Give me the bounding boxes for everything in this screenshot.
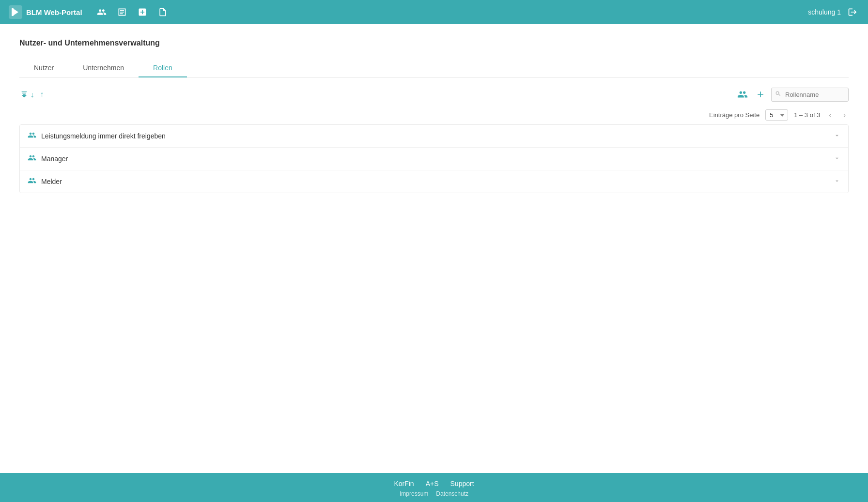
toolbar-row: ↓ ↑ [19,87,849,102]
sort-up-button[interactable]: ↑ [39,89,45,100]
chevron-down-icon [834,155,840,163]
add-role-button[interactable] [754,88,767,101]
pagination-prev-button[interactable]: ‹ [826,110,834,121]
nav-add-button[interactable] [136,5,149,19]
chevron-down-icon [834,132,840,140]
header-icons [95,5,170,19]
logo-icon [9,5,22,19]
role-icon [28,131,36,141]
footer-link-korfin[interactable]: KorFin [394,480,414,487]
search-icon [775,91,781,98]
role-name: Manager [41,155,68,163]
footer: KorFin A+S Support Impressum Datenschutz [0,473,868,502]
sort-down-icon [20,90,28,97]
toolbar-right [735,87,849,102]
tab-rollen[interactable]: Rollen [139,59,187,77]
document-nav-icon [158,7,168,17]
role-item-left: Leistungsmeldung immer direkt freigeben [28,131,166,141]
nav-users-button[interactable] [95,5,108,19]
users-nav-icon [97,7,107,17]
tab-nutzer[interactable]: Nutzer [19,59,68,77]
tabs-nav: Nutzer Unternehmen Rollen [19,59,849,77]
chevron-down-icon [834,178,840,186]
nav-document-button[interactable] [156,5,170,19]
logout-icon [848,7,857,17]
role-name: Leistungsmeldung immer direkt freigeben [41,132,166,140]
sort-up-label: ↑ [40,90,44,98]
role-name: Melder [41,178,62,185]
sort-down-button[interactable]: ↓ [19,89,35,100]
page-title: Nutzer- und Unternehmensverwaltung [19,39,849,47]
footer-link-datenschutz[interactable]: Datenschutz [436,490,468,497]
manage-roles-icon [737,89,748,100]
role-item-left: Melder [28,176,62,187]
footer-link-impressum[interactable]: Impressum [400,490,428,497]
search-wrapper [771,88,849,102]
main-content: Nutzer- und Unternehmensverwaltung Nutze… [0,24,868,473]
footer-sub-links: Impressum Datenschutz [0,490,868,497]
role-item[interactable]: Leistungsmeldung immer direkt freigeben [20,125,848,148]
footer-links: KorFin A+S Support [0,480,868,487]
role-icon [28,176,36,187]
footer-link-as[interactable]: A+S [426,480,439,487]
footer-link-support[interactable]: Support [450,480,474,487]
manage-roles-button[interactable] [735,87,750,102]
per-page-label: Einträge pro Seite [709,111,760,119]
header-left: BLM Web-Portal [9,5,170,19]
role-item[interactable]: Manager [20,148,848,170]
role-icon [28,153,36,164]
add-role-icon [756,90,765,99]
role-item[interactable]: Melder [20,170,848,193]
sort-down-label: ↓ [30,91,34,99]
pagination-next-button[interactable]: › [840,110,849,121]
header: BLM Web-Portal [0,0,868,24]
role-item-left: Manager [28,153,68,164]
header-right: schulung 1 [808,5,859,19]
per-page-select[interactable]: 5 10 25 50 [765,109,788,121]
roles-list: Leistungsmeldung immer direkt freigeben … [19,124,849,193]
toolbar-left: ↓ ↑ [19,89,45,100]
tab-unternehmen[interactable]: Unternehmen [68,59,139,77]
username-label: schulung 1 [808,8,841,16]
app-logo: BLM Web-Portal [9,5,82,19]
search-input[interactable] [771,88,849,102]
table-nav-icon [117,7,127,17]
svg-rect-2 [12,8,14,16]
app-title: BLM Web-Portal [26,8,82,16]
add-nav-icon [138,7,147,17]
logout-button[interactable] [846,5,859,19]
pagination-row: Einträge pro Seite 5 10 25 50 1 – 3 of 3… [19,109,849,121]
nav-table-button[interactable] [115,5,129,19]
pagination-info: 1 – 3 of 3 [794,111,820,119]
